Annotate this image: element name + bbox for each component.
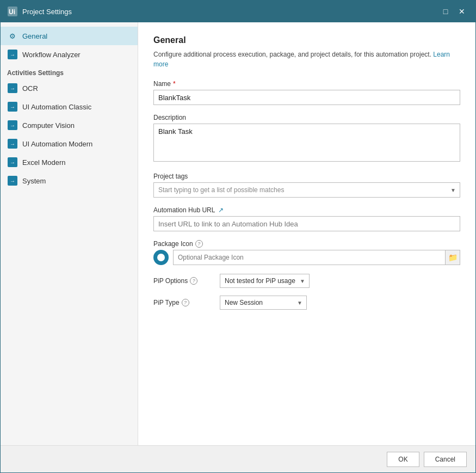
name-label: Name * (153, 80, 460, 88)
package-icon-input-wrapper: 📁 (173, 250, 460, 265)
package-icon-label: Package Icon ? (153, 240, 460, 248)
page-description: Configure additional process execution, … (153, 50, 460, 69)
ui-classic-nav-icon (7, 101, 18, 112)
cv-nav-icon (7, 120, 18, 131)
pip-options-select-wrapper: Not tested for PiP usage Supported Not S… (220, 274, 310, 288)
package-icon-help-icon[interactable]: ? (195, 240, 203, 248)
excel-nav-icon (7, 157, 18, 168)
activities-settings-header: Activities Settings (1, 64, 138, 79)
sidebar-item-cv-label: Computer Vision (22, 121, 75, 130)
pip-type-help-icon[interactable]: ? (182, 299, 189, 306)
sidebar-item-workflow-analyzer[interactable]: Workflow Analyzer (1, 45, 138, 64)
gear-icon: ⚙ (7, 30, 18, 41)
sidebar-item-system[interactable]: System (1, 171, 138, 190)
sidebar: ⚙ General Workflow Analyzer Activities S… (1, 22, 138, 445)
automation-hub-group: Automation Hub URL ↗ (153, 206, 460, 231)
window-controls: □ ✕ (438, 4, 469, 19)
description-field-group: Description Blank Task (153, 114, 460, 164)
package-icon-group: Package Icon ? 📁 (153, 240, 460, 265)
project-tags-select[interactable]: Start typing to get a list of possible m… (153, 182, 460, 198)
name-field-group: Name * (153, 80, 460, 105)
pip-options-select[interactable]: Not tested for PiP usage Supported Not S… (220, 274, 310, 288)
package-icon-input[interactable] (173, 250, 460, 265)
package-icon-preview (153, 250, 169, 265)
pip-options-row: PiP Options ? Not tested for PiP usage S… (153, 274, 460, 288)
app-icon: Ui (7, 6, 18, 17)
sidebar-item-ui-automation-classic[interactable]: UI Automation Classic (1, 97, 138, 116)
name-input[interactable] (153, 90, 460, 105)
project-settings-window: Ui Project Settings □ ✕ ⚙ General Workfl… (0, 0, 476, 473)
sidebar-item-general-label: General (22, 32, 47, 40)
automation-hub-label: Automation Hub URL ↗ (153, 206, 460, 214)
sidebar-item-ui-automation-modern[interactable]: UI Automation Modern (1, 134, 138, 153)
main-panel: General Configure additional process exe… (138, 22, 475, 445)
close-button[interactable]: ✕ (455, 4, 469, 19)
page-title: General (153, 35, 460, 45)
sidebar-item-computer-vision[interactable]: Computer Vision (1, 116, 138, 134)
sidebar-item-excel-label: Excel Modern (22, 158, 65, 167)
automation-hub-input[interactable] (153, 216, 460, 231)
sidebar-item-workflow-label: Workflow Analyzer (22, 51, 81, 59)
workflow-nav-icon (7, 49, 18, 60)
system-nav-icon (7, 175, 18, 186)
bottom-bar: OK Cancel (1, 445, 475, 472)
ok-button[interactable]: OK (387, 452, 419, 467)
name-required: * (173, 80, 176, 88)
project-tags-group: Project tags Start typing to get a list … (153, 173, 460, 198)
project-tags-select-wrapper: Start typing to get a list of possible m… (153, 182, 460, 198)
ocr-nav-icon (7, 83, 18, 94)
project-tags-label: Project tags (153, 173, 460, 180)
pip-type-select[interactable]: New Session Same Session (220, 296, 307, 310)
description-input[interactable]: Blank Task (153, 124, 460, 162)
pip-type-select-wrapper: New Session Same Session ▼ (220, 296, 307, 310)
external-link-icon: ↗ (218, 206, 224, 214)
description-label: Description (153, 114, 460, 121)
pip-options-help-icon[interactable]: ? (190, 277, 197, 285)
sidebar-item-excel-modern[interactable]: Excel Modern (1, 153, 138, 171)
ui-modern-nav-icon (7, 138, 18, 149)
title-bar: Ui Project Settings □ ✕ (1, 1, 475, 22)
content-area: ⚙ General Workflow Analyzer Activities S… (1, 22, 475, 445)
pip-type-row: PiP Type ? New Session Same Session ▼ (153, 296, 460, 310)
sidebar-item-ocr-label: OCR (22, 84, 38, 93)
pip-type-label: PiP Type ? (153, 299, 213, 306)
sidebar-item-ocr[interactable]: OCR (1, 79, 138, 97)
sidebar-item-ui-classic-label: UI Automation Classic (22, 103, 91, 111)
sidebar-item-general[interactable]: ⚙ General (1, 27, 138, 45)
package-icon-row: 📁 (153, 250, 460, 265)
sidebar-item-system-label: System (22, 177, 46, 185)
pip-options-label: PiP Options ? (153, 277, 213, 285)
package-icon-browse-button[interactable]: 📁 (445, 250, 460, 265)
window-title: Project Settings (22, 8, 438, 16)
minimize-button[interactable]: □ (438, 4, 453, 19)
cancel-button[interactable]: Cancel (424, 452, 467, 467)
svg-text:Ui: Ui (9, 8, 15, 16)
sidebar-item-ui-modern-label: UI Automation Modern (22, 140, 92, 148)
package-icon-inner (157, 254, 165, 261)
